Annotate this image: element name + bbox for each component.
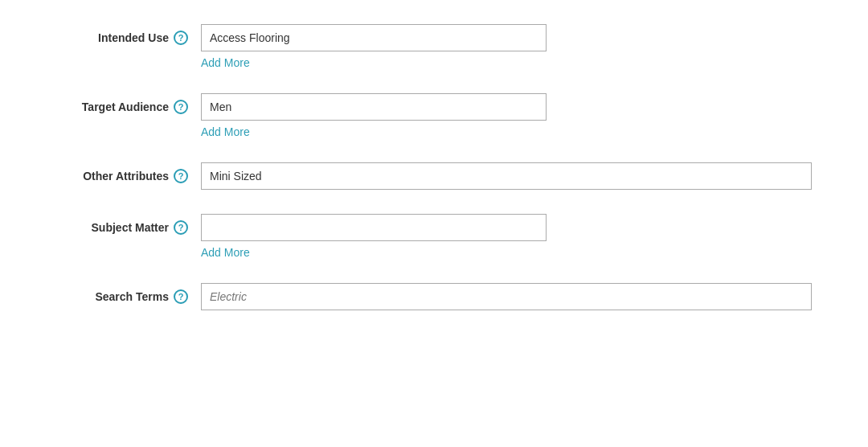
target-audience-label: Target Audience — [82, 100, 169, 113]
subject-matter-section: Subject Matter ? Add More — [32, 214, 836, 259]
target-audience-section: Target Audience ? Add More — [32, 93, 836, 138]
intended-use-help-icon[interactable]: ? — [174, 31, 188, 45]
intended-use-label: Intended Use — [98, 31, 169, 44]
subject-matter-label: Subject Matter — [92, 221, 169, 234]
intended-use-label-area: Intended Use ? — [32, 24, 201, 45]
other-attributes-label: Other Attributes — [83, 170, 169, 182]
target-audience-add-more[interactable]: Add More — [201, 125, 836, 138]
target-audience-label-area: Target Audience ? — [32, 93, 201, 114]
search-terms-label-area: Search Terms ? — [32, 283, 201, 304]
subject-matter-help-icon[interactable]: ? — [174, 220, 188, 235]
subject-matter-add-more[interactable]: Add More — [201, 246, 836, 259]
search-terms-label: Search Terms — [95, 290, 169, 303]
other-attributes-label-area: Other Attributes ? — [32, 162, 201, 183]
subject-matter-label-area: Subject Matter ? — [32, 214, 201, 235]
subject-matter-field-area: Add More — [201, 214, 836, 259]
subject-matter-input[interactable] — [201, 214, 547, 241]
intended-use-field-area: Add More — [201, 24, 836, 69]
intended-use-input[interactable] — [201, 24, 547, 51]
target-audience-field-area: Add More — [201, 93, 836, 138]
search-terms-input[interactable] — [201, 283, 812, 310]
target-audience-help-icon[interactable]: ? — [174, 100, 188, 114]
other-attributes-section: Other Attributes ? — [32, 162, 836, 190]
other-attributes-field-area — [201, 162, 836, 190]
search-terms-field-area — [201, 283, 836, 310]
search-terms-help-icon[interactable]: ? — [174, 289, 188, 304]
target-audience-input[interactable] — [201, 93, 547, 121]
intended-use-section: Intended Use ? Add More — [32, 24, 836, 69]
intended-use-add-more[interactable]: Add More — [201, 56, 836, 69]
search-terms-section: Search Terms ? — [32, 283, 836, 310]
other-attributes-input[interactable] — [201, 162, 812, 190]
other-attributes-help-icon[interactable]: ? — [174, 169, 188, 183]
